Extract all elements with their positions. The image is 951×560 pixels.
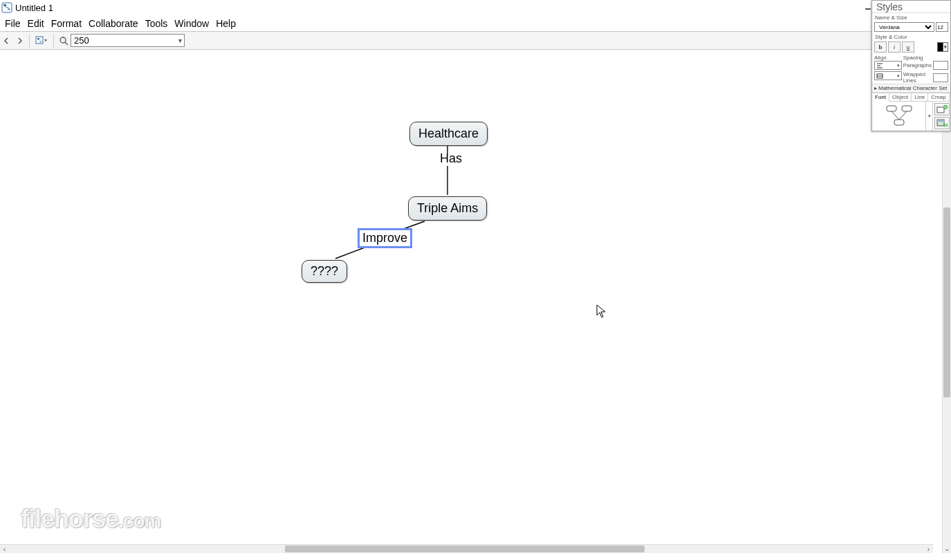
new-style-button[interactable] xyxy=(934,103,950,115)
section-style-color-label: Style & Color xyxy=(872,32,950,41)
chevron-down-icon: ▾ xyxy=(928,113,931,119)
section-name-size-label: Name & Size xyxy=(872,13,950,21)
svg-line-8 xyxy=(65,42,68,45)
workspace: Healthcare Has Triple Aims Improve ???? … xyxy=(0,50,951,553)
svg-rect-5 xyxy=(37,38,39,40)
node-triple-aims[interactable]: Triple Aims xyxy=(408,196,487,221)
scroll-right-icon[interactable]: › xyxy=(924,545,933,553)
expand-right-icon: ▸ xyxy=(874,85,877,91)
window-title: Untitled 1 xyxy=(15,3,53,13)
svg-rect-6 xyxy=(39,41,41,43)
menu-edit[interactable]: Edit xyxy=(24,17,48,30)
style-preview-dropdown[interactable]: ▾ xyxy=(925,102,932,131)
svg-rect-20 xyxy=(902,106,912,111)
toolbar-sep-1 xyxy=(29,34,30,48)
text-color-swatch[interactable]: ▾ xyxy=(937,42,948,52)
wrapped-lines-spacing-input[interactable] xyxy=(933,73,948,82)
menu-collaborate[interactable]: Collaborate xyxy=(85,17,142,30)
horizontal-scrollbar[interactable]: ‹ › xyxy=(0,544,933,553)
zoom-icon[interactable] xyxy=(58,34,69,48)
menu-tools[interactable]: Tools xyxy=(142,17,172,30)
align-vertical-combo[interactable]: ▾ xyxy=(874,71,902,80)
style-palette-area: ▾ xyxy=(872,101,950,131)
toolbar: ▾ xyxy=(0,32,951,50)
section-spacing-label: Spacing xyxy=(903,55,948,61)
style-preview[interactable] xyxy=(872,102,925,131)
watermark-tld: .com xyxy=(118,510,160,532)
scroll-down-icon[interactable]: ⌄ xyxy=(943,544,951,553)
link-has[interactable]: Has xyxy=(437,151,465,167)
menu-help[interactable]: Help xyxy=(212,17,239,30)
svg-rect-2 xyxy=(8,8,10,10)
menu-file[interactable]: File xyxy=(1,17,24,30)
toolbar-sep-2 xyxy=(53,34,54,48)
cmap-canvas[interactable]: Healthcare Has Triple Aims Improve ???? … xyxy=(0,50,942,553)
svg-rect-21 xyxy=(894,120,904,125)
link-improve-editing[interactable]: Improve xyxy=(360,230,410,246)
app-icon xyxy=(1,2,12,13)
chevron-down-icon: ▾ xyxy=(897,73,900,79)
svg-line-22 xyxy=(892,111,899,120)
styles-panel-titlebar[interactable]: Styles xyxy=(872,1,950,13)
zoom-combo[interactable]: ▾ xyxy=(71,34,185,47)
svg-rect-19 xyxy=(887,106,896,111)
svg-point-7 xyxy=(60,37,66,43)
math-charset-expander[interactable]: ▸ Mathematical Character Set xyxy=(872,84,950,93)
chevron-down-icon: ▾ xyxy=(897,63,900,68)
math-charset-label: Mathematical Character Set xyxy=(878,85,947,91)
minimize-icon[interactable] xyxy=(864,3,872,11)
menu-format[interactable]: Format xyxy=(48,17,85,30)
menu-window[interactable]: Window xyxy=(171,17,212,30)
styles-panel[interactable]: Styles Name & Size Verdana Style & Color… xyxy=(871,0,951,131)
styles-tabs: Font Object Line Cmap xyxy=(872,93,950,101)
node-healthcare[interactable]: Healthcare xyxy=(409,122,488,146)
zoom-input[interactable] xyxy=(71,34,185,47)
font-name-select[interactable]: Verdana xyxy=(874,22,934,32)
italic-button[interactable]: i xyxy=(888,41,901,53)
svg-line-12 xyxy=(335,247,367,259)
align-horizontal-combo[interactable]: ▾ xyxy=(874,61,902,70)
tab-cmap[interactable]: Cmap xyxy=(928,93,949,101)
nav-forward-button[interactable] xyxy=(14,34,25,48)
wrapped-lines-label: Wrapped Lines xyxy=(903,71,932,84)
tab-line[interactable]: Line xyxy=(912,93,928,101)
underline-button[interactable]: u xyxy=(902,41,914,53)
vertical-scroll-thumb[interactable] xyxy=(943,207,950,398)
tab-object[interactable]: Object xyxy=(889,93,912,101)
horizontal-scroll-thumb[interactable] xyxy=(285,545,645,552)
add-to-palette-button[interactable] xyxy=(934,117,950,129)
paragraph-spacing-input[interactable] xyxy=(933,61,948,70)
bold-button[interactable]: b xyxy=(874,41,887,53)
title-bar: Untitled 1 xyxy=(0,0,951,15)
svg-rect-24 xyxy=(937,107,944,113)
watermark: filehorse.com xyxy=(21,505,160,534)
tab-font[interactable]: Font xyxy=(872,93,889,102)
svg-line-11 xyxy=(402,221,425,230)
paragraphs-label: Paragraphs xyxy=(903,62,932,68)
nav-back-button[interactable] xyxy=(1,34,12,48)
views-dropdown-button[interactable] xyxy=(34,34,49,48)
svg-line-23 xyxy=(899,111,907,120)
svg-rect-1 xyxy=(3,4,6,6)
scroll-left-icon[interactable]: ‹ xyxy=(0,545,9,553)
watermark-brand: filehorse xyxy=(21,505,118,533)
font-size-input[interactable] xyxy=(936,22,948,32)
svg-rect-29 xyxy=(937,120,944,122)
menu-bar: File Edit Format Collaborate Tools Windo… xyxy=(0,15,951,31)
section-align-label: Align xyxy=(874,55,902,61)
styles-panel-title: Styles xyxy=(874,1,948,12)
node-unknown[interactable]: ???? xyxy=(302,260,347,283)
